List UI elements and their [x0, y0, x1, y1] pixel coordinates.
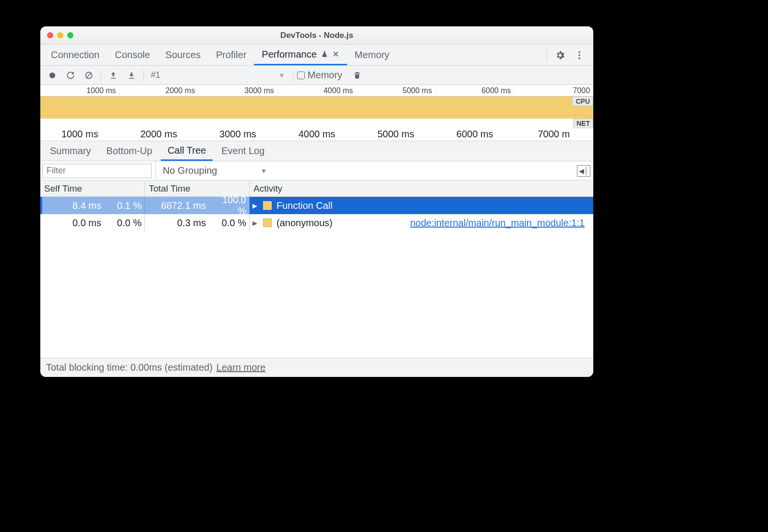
zoom-window-button[interactable]	[67, 32, 73, 38]
subtab-label: Event Log	[221, 145, 264, 157]
subtab-eventlog[interactable]: Event Log	[215, 141, 271, 161]
ruler-tick: 4000 ms	[277, 85, 357, 96]
minimize-window-button[interactable]	[57, 32, 63, 38]
toggle-heaviest-stack-button[interactable]: ◀│	[577, 165, 590, 177]
subtab-summary[interactable]: Summary	[43, 141, 98, 161]
divider	[293, 70, 293, 81]
ruler-tick: 2000 ms	[120, 85, 199, 96]
self-time-pct: 0.0 %	[108, 218, 142, 229]
divider	[101, 70, 101, 81]
tab-memory[interactable]: Memory	[347, 45, 397, 65]
reload-icon	[66, 71, 75, 80]
performance-toolbar: ▼ Memory	[40, 66, 593, 85]
col-header-self[interactable]: Self Time	[40, 181, 145, 196]
window-controls	[47, 32, 73, 38]
chevron-down-icon: ▼	[260, 167, 267, 175]
titlebar: DevTools - Node.js	[40, 26, 593, 45]
kebab-icon	[574, 50, 585, 60]
chevron-down-icon[interactable]: ▼	[275, 72, 289, 79]
garbage-collect-button[interactable]	[349, 67, 365, 84]
ruler-tick: 7000	[514, 85, 593, 96]
close-window-button[interactable]	[47, 32, 53, 38]
self-time-pct: 0.1 %	[108, 200, 142, 211]
subtab-label: Summary	[50, 145, 91, 157]
tab-performance[interactable]: Performance ✕	[254, 45, 347, 65]
session-select[interactable]	[148, 70, 273, 80]
ruler-tick: 1000 ms	[40, 85, 120, 96]
ruler-tick: 4000 ms	[277, 127, 357, 141]
tab-label: Connection	[51, 49, 99, 60]
learn-more-link[interactable]: Learn more	[216, 362, 265, 373]
table-header: Self Time Total Time Activity	[40, 181, 593, 197]
filter-bar: No Grouping ▼ ◀│	[40, 161, 593, 181]
more-button[interactable]	[571, 47, 588, 63]
ruler-tick: 6000 ms	[435, 127, 515, 141]
tab-label: Profiler	[216, 49, 246, 60]
filter-input[interactable]	[42, 164, 152, 178]
record-button[interactable]	[44, 67, 60, 84]
subtab-label: Call Tree	[168, 145, 206, 156]
subtab-bottomup[interactable]: Bottom-Up	[100, 141, 159, 161]
tab-profiler[interactable]: Profiler	[208, 45, 254, 65]
trash-icon	[353, 71, 361, 80]
grouping-label: No Grouping	[163, 165, 217, 176]
cpu-band-label: CPU	[572, 97, 593, 106]
tab-label: Console	[115, 49, 150, 60]
memory-checkbox[interactable]: Memory	[297, 70, 342, 81]
save-profile-button[interactable]	[123, 67, 140, 84]
timeline-overview[interactable]: 1000 ms 2000 ms 3000 ms 4000 ms 5000 ms …	[40, 85, 593, 141]
status-footer: Total blocking time: 0.00ms (estimated) …	[40, 358, 593, 377]
flask-icon	[321, 50, 328, 58]
source-link[interactable]: node:internal/main/run_main_module:1:1	[410, 218, 593, 229]
category-swatch-icon	[263, 201, 272, 210]
reload-record-button[interactable]	[62, 67, 79, 84]
tab-label: Memory	[355, 49, 389, 60]
table-row[interactable]: 0.0 ms 0.0 % 0.3 ms 0.0 % ▶ (anonymous) …	[40, 214, 593, 231]
call-tree-table: Self Time Total Time Activity 8.4 ms 0.1…	[40, 181, 593, 358]
net-band: NET	[40, 119, 593, 127]
settings-button[interactable]	[552, 47, 568, 63]
ruler-tick: 1000 ms	[40, 127, 120, 141]
detail-tabs: Summary Bottom-Up Call Tree Event Log	[40, 141, 593, 161]
svg-point-1	[578, 54, 580, 56]
expand-icon[interactable]: ▶	[252, 219, 258, 227]
checkbox-icon	[297, 72, 305, 79]
total-time-pct: 0.0 %	[213, 218, 246, 229]
col-header-activity[interactable]: Activity	[250, 181, 593, 196]
window-title: DevTools - Node.js	[40, 31, 593, 40]
no-entry-icon	[84, 71, 94, 80]
tab-console[interactable]: Console	[107, 45, 157, 65]
category-swatch-icon	[263, 218, 272, 227]
expand-icon[interactable]: ▶	[252, 202, 258, 209]
total-time-value: 0.3 ms	[149, 218, 206, 229]
cpu-band: CPU	[40, 97, 593, 116]
ruler-tick: 5000 ms	[356, 127, 435, 141]
table-row[interactable]: 8.4 ms 0.1 % 6872.1 ms 100.0 % ▶ Functio…	[40, 197, 593, 214]
tab-sources[interactable]: Sources	[158, 45, 208, 65]
load-profile-button[interactable]	[105, 67, 121, 84]
memory-checkbox-label: Memory	[308, 70, 342, 81]
subtab-calltree[interactable]: Call Tree	[161, 141, 213, 161]
svg-point-2	[578, 57, 580, 59]
total-time-value: 6872.1 ms	[149, 200, 206, 211]
clear-button[interactable]	[81, 67, 97, 84]
overview-ruler: 1000 ms 2000 ms 3000 ms 4000 ms 5000 ms …	[40, 85, 593, 97]
blocking-time-text: Total blocking time: 0.00ms (estimated)	[46, 362, 213, 373]
main-tabs: Connection Console Sources Profiler Perf…	[40, 45, 593, 66]
ruler-tick: 6000 ms	[435, 85, 515, 96]
grouping-select[interactable]: No Grouping ▼	[156, 161, 267, 180]
self-time-value: 8.4 ms	[45, 200, 101, 211]
tab-label: Performance	[262, 49, 317, 60]
activity-name: (anonymous)	[276, 218, 333, 229]
ruler-tick: 7000 m	[514, 127, 593, 141]
close-tab-button[interactable]: ✕	[332, 49, 339, 60]
record-icon	[48, 71, 57, 80]
gear-icon	[555, 50, 565, 60]
self-time-value: 0.0 ms	[45, 218, 101, 229]
svg-point-0	[578, 51, 580, 53]
tab-label: Sources	[166, 49, 201, 60]
divider	[144, 70, 144, 81]
ruler-tick: 3000 ms	[198, 85, 277, 96]
tab-connection[interactable]: Connection	[43, 45, 107, 65]
activity-name: Function Call	[276, 200, 333, 211]
